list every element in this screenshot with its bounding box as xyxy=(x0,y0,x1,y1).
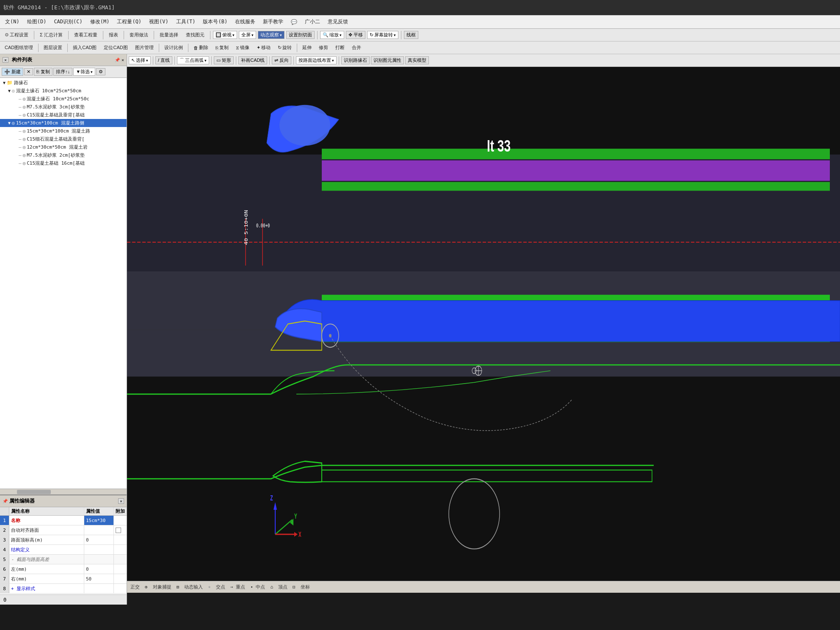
checkbox-auto-align[interactable] xyxy=(116,528,121,533)
intersection-label[interactable]: 交点 xyxy=(216,584,225,590)
menu-view[interactable]: 视图(V) xyxy=(146,17,172,27)
dynamic-status[interactable]: 动态输入 xyxy=(184,584,203,590)
tree-item-c15-base16[interactable]: — ◎ C15混凝土基础 16cm[基础 xyxy=(0,159,127,167)
btn-merge[interactable]: 合并 xyxy=(349,43,364,52)
btn-zoom[interactable]: 🔍 缩放 xyxy=(320,31,344,39)
btn-copy-comp[interactable]: ⎘ 复制 xyxy=(34,68,52,76)
btn-query-qty[interactable]: 查看工程量 xyxy=(71,30,100,39)
btn-copy[interactable]: ⎘ 复制 xyxy=(213,43,232,52)
btn-design-scale[interactable]: 设计比例 xyxy=(161,43,186,52)
btn-floor-settings[interactable]: 图层设置 xyxy=(41,43,65,52)
btn-insert-cad[interactable]: 插入CAD图 xyxy=(70,43,99,52)
btn-delete-comp[interactable]: ✕ xyxy=(24,68,33,75)
tree-item-c15-base[interactable]: — ◎ C15混凝土基础及垂背[基础 xyxy=(0,111,127,119)
menu-guangxiao[interactable]: 广小二 xyxy=(301,17,323,27)
props-row-3[interactable]: 3 路面顶标高(m) 0 xyxy=(0,535,127,545)
btn-dynamic-view[interactable]: 动态观察 xyxy=(258,31,285,39)
menu-file[interactable]: 文(N) xyxy=(2,17,23,27)
btn-settings[interactable]: ⚙ 工程设置 xyxy=(2,30,31,39)
tree-item-hntlp-selected[interactable]: ▼ ◎ 15cm*30cm*100cm 混凝土路侧 xyxy=(0,119,127,127)
menu-online[interactable]: 在线服务 xyxy=(232,17,259,27)
btn-print[interactable]: 打断 xyxy=(332,43,348,52)
props-value-7[interactable]: 50 xyxy=(84,574,114,583)
props-close-btn[interactable]: ✕ xyxy=(118,498,124,504)
tree-scrollbar[interactable] xyxy=(0,489,127,495)
menu-cad-identify[interactable]: CAD识别(C) xyxy=(50,17,86,27)
tree-item-hntlys-item[interactable]: — ◎ 混凝土缘石 10cm*25cm*50c xyxy=(0,95,127,103)
menu-modify[interactable]: 修改(M) xyxy=(87,17,113,27)
btn-identify-curb[interactable]: 识别路缘石 xyxy=(341,56,370,64)
menu-feedback[interactable]: 意见反馈 xyxy=(324,17,351,27)
comp-list-close-btn[interactable]: ✕ xyxy=(3,57,8,63)
props-row-2[interactable]: 2 自动对齐路面 xyxy=(0,525,127,535)
midpoint-label[interactable]: • 中点 xyxy=(250,584,265,590)
canvas-area[interactable]: ↖ 选择 / 直线 ⌒ 三点画弧 ▭ 矩形 补画CAD线 xyxy=(127,54,840,605)
tree-item-m75-2[interactable]: — ◎ M7.5水泥砂浆 2cm[砂浆垫 xyxy=(0,151,127,159)
coord-label[interactable]: 坐标 xyxy=(301,584,310,590)
viewport-canvas[interactable]: 40 5:10+0N 0.00+0 xyxy=(127,67,840,593)
btn-reverse[interactable]: ⇌ 反向 xyxy=(272,56,291,64)
btn-rect[interactable]: ▭ 矩形 xyxy=(214,56,234,64)
btn-delete[interactable]: 🗑 删除 xyxy=(191,43,211,52)
props-value-1[interactable]: 15cm*30 xyxy=(84,516,114,525)
btn-move[interactable]: ✦ 移动 xyxy=(254,43,274,52)
btn-locate-cad[interactable]: 定位CAD图 xyxy=(101,43,130,52)
btn-trim[interactable]: 修剪 xyxy=(316,43,331,52)
props-row-6[interactable]: 6 左(mm) 0 xyxy=(0,564,127,574)
snap-status[interactable]: 对象捕捉 xyxy=(153,584,171,590)
coord-value: 0 xyxy=(3,597,6,603)
btn-new-comp[interactable]: ➕ 新建 xyxy=(2,68,23,76)
btn-screen-rotate[interactable]: ↻ 屏幕旋转 xyxy=(367,31,398,39)
menu-version[interactable]: 版本号(B) xyxy=(199,17,231,27)
btn-flat[interactable]: ✥ 平移 xyxy=(346,31,365,39)
btn-cad-supplement[interactable]: 补画CAD线 xyxy=(238,56,267,64)
btn-wireframe[interactable]: 线框 xyxy=(404,31,418,39)
props-value-3[interactable]: 0 xyxy=(84,535,114,544)
endpoint-label[interactable]: → 重点 xyxy=(230,584,245,590)
btn-filter-comp[interactable]: ▼筛选 xyxy=(73,68,95,76)
comp-list-unpin[interactable]: ✕ xyxy=(122,58,124,62)
props-addon-2[interactable] xyxy=(114,525,127,535)
btn-batch-select[interactable]: 批量选择 xyxy=(157,30,181,39)
menu-draw[interactable]: 绘图(D) xyxy=(24,17,50,27)
btn-identify-element[interactable]: 识别图元属性 xyxy=(371,56,404,64)
btn-config-comp[interactable]: ⚙ xyxy=(96,68,105,75)
btn-sort-comp[interactable]: 排序↑↓ xyxy=(53,68,72,76)
ortho-status[interactable]: 正交 xyxy=(130,584,140,590)
btn-mirror[interactable]: ⧖ 镜像 xyxy=(233,43,252,52)
expand-icon: ▼ xyxy=(7,121,12,125)
props-value-6[interactable]: 0 xyxy=(84,564,114,574)
menu-tutorial[interactable]: 新手教学 xyxy=(260,17,287,27)
btn-select[interactable]: ↖ 选择 xyxy=(129,56,151,64)
tree-item-c15xishi[interactable]: — ◎ C15细石混凝土基础及垂背[ xyxy=(0,135,127,143)
tree-item-m75-3[interactable]: — ◎ M7.5水泥砂浆 3cm[砂浆垫 xyxy=(0,103,127,111)
btn-cad-mgmt[interactable]: CAD图纸管理 xyxy=(2,43,36,52)
tree-item-hntlys[interactable]: ▼ ◎ 混凝土缘石 10cm*25cm*50cm xyxy=(0,87,127,95)
props-row-5[interactable]: 5 - 截面与路面高差 xyxy=(0,555,127,564)
tree-item-root[interactable]: ▼ 📁 路缘石 xyxy=(0,79,127,87)
btn-photo-mgmt[interactable]: 图片管理 xyxy=(132,43,157,52)
props-row-1[interactable]: 1 名称 15cm*30 xyxy=(0,516,127,525)
btn-straight-line[interactable]: / 直线 xyxy=(155,56,172,64)
props-row-4[interactable]: 4 结构定义 xyxy=(0,545,127,555)
btn-view-mode[interactable]: 🔲 俯视 xyxy=(213,31,237,39)
btn-extend[interactable]: 延伸 xyxy=(299,43,315,52)
btn-section-setting[interactable]: 设置剖切面 xyxy=(286,31,315,39)
vertex-label[interactable]: 顶点 xyxy=(278,584,287,590)
btn-three-arc[interactable]: ⌒ 三点画弧 xyxy=(177,56,209,64)
menu-engineering[interactable]: 工程量(Q) xyxy=(113,17,145,27)
btn-real-model[interactable]: 真实模型 xyxy=(405,56,429,64)
btn-rotate[interactable]: ↻ 旋转 xyxy=(275,43,295,52)
btn-road-edge-layout[interactable]: 按路面边线布置 xyxy=(296,56,337,64)
btn-report[interactable]: 报表 xyxy=(106,30,121,39)
menu-chat[interactable]: 💬 xyxy=(287,17,301,27)
btn-fee[interactable]: 套用做法 xyxy=(127,30,151,39)
tree-item-hntlp-item[interactable]: — ◎ 15cm*30cm*100cm 混凝土路 xyxy=(0,127,127,135)
btn-summary[interactable]: Σ 汇总计算 xyxy=(37,30,66,39)
btn-find-element[interactable]: 查找图元 xyxy=(183,30,207,39)
menu-tools[interactable]: 工具(T) xyxy=(173,17,199,27)
props-row-7[interactable]: 7 右(mm) 50 xyxy=(0,574,127,584)
btn-fullscreen[interactable]: 全屏 xyxy=(239,31,256,39)
props-row-8[interactable]: 8 + 显示样式 xyxy=(0,584,127,594)
tree-item-12x30x50[interactable]: — ◎ 12cm*30cm*50cm 混凝土岩 xyxy=(0,143,127,151)
